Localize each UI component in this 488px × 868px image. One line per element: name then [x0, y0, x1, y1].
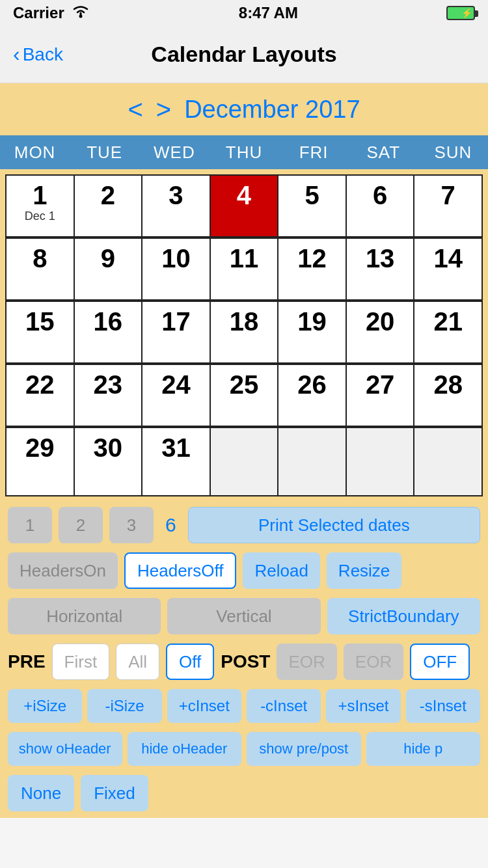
day-header-sat: SAT — [349, 135, 418, 169]
resize-button[interactable]: Resize — [327, 552, 401, 589]
reload-button[interactable]: Reload — [243, 552, 319, 589]
cal-day-5[interactable]: 5 — [278, 176, 347, 237]
calendar-week-3: 15 16 17 18 19 20 21 — [5, 301, 483, 364]
cal-day-8[interactable]: 8 — [7, 239, 75, 301]
cal-day-23[interactable]: 23 — [75, 365, 143, 427]
page-title: Calendar Layouts — [151, 42, 336, 67]
horizontal-button[interactable]: Horizontal — [8, 598, 161, 634]
post-label: POST — [221, 651, 270, 672]
day-headers-row: MON TUE WED THU FRI SAT SUN — [0, 135, 488, 169]
print-selected-button[interactable]: Print Selected dates — [188, 507, 480, 543]
bottom-row: None Fixed — [8, 775, 480, 811]
cal-day-21[interactable]: 21 — [414, 302, 483, 364]
calendar-month-header: < > December 2017 — [0, 83, 488, 135]
cal-day-28[interactable]: 28 — [414, 365, 483, 427]
back-button[interactable]: ‹ Back — [13, 42, 63, 66]
calendar-week-5: 29 30 31 — [5, 427, 483, 496]
num-btn-6[interactable]: 6 — [160, 507, 182, 543]
num-btn-1[interactable]: 1 — [8, 507, 52, 543]
cal-day-9[interactable]: 9 — [75, 239, 143, 301]
num-btn-2[interactable]: 2 — [59, 507, 103, 543]
svg-point-0 — [79, 15, 82, 18]
cal-day-31[interactable]: 31 — [142, 428, 211, 496]
cal-day-12[interactable]: 12 — [278, 239, 347, 301]
number-print-row: 1 2 3 6 Print Selected dates — [8, 507, 480, 543]
next-month-icon: > — [156, 95, 171, 124]
calendar-week-1: 1 Dec 1 2 3 4 5 6 7 — [5, 174, 483, 237]
day-header-thu: THU — [209, 135, 278, 169]
cal-day-16[interactable]: 16 — [75, 302, 143, 364]
controls-area: 1 2 3 6 Print Selected dates HeadersOn H… — [0, 496, 488, 818]
cal-day-1[interactable]: 1 Dec 1 — [7, 176, 75, 237]
calendar-week-2: 8 9 10 11 12 13 14 — [5, 237, 483, 301]
prev-month-button[interactable]: < — [128, 95, 142, 124]
status-time: 8:47 AM — [239, 4, 298, 22]
headers-on-button[interactable]: HeadersOn — [8, 552, 118, 589]
cinset-plus-button[interactable]: +cInset — [167, 689, 241, 723]
cal-day-4-today[interactable]: 4 — [211, 176, 279, 237]
cal-day-6[interactable]: 6 — [347, 176, 415, 237]
status-right: ⚡ — [446, 6, 475, 20]
cinset-minus-button[interactable]: -cInset — [247, 689, 321, 723]
cal-day-11[interactable]: 11 — [211, 239, 279, 301]
off-pre-button[interactable]: Off — [166, 644, 214, 680]
isize-minus-button[interactable]: -iSize — [87, 689, 161, 723]
layout-row: Horizontal Vertical StrictBoundary — [8, 598, 480, 634]
carrier-label: Carrier — [13, 4, 64, 22]
cal-day-3[interactable]: 3 — [142, 176, 211, 237]
size-row: +iSize -iSize +cInset -cInset +sInset -s… — [8, 689, 480, 723]
cal-day-15[interactable]: 15 — [7, 302, 75, 364]
first-button[interactable]: First — [52, 644, 110, 680]
cal-day-18[interactable]: 18 — [211, 302, 279, 364]
oheader-row: show oHeader hide oHeader show pre/post … — [8, 732, 480, 766]
wifi-icon — [71, 4, 90, 22]
cal-day-14[interactable]: 14 — [414, 239, 483, 301]
headers-row: HeadersOn HeadersOff Reload Resize — [8, 552, 480, 589]
pre-label: PRE — [8, 651, 46, 672]
month-year-label: December 2017 — [184, 96, 360, 124]
show-prepost-button[interactable]: show pre/post — [247, 732, 361, 766]
none-button[interactable]: None — [8, 775, 74, 811]
vertical-button[interactable]: Vertical — [167, 598, 320, 634]
sinset-plus-button[interactable]: +sInset — [326, 689, 400, 723]
day-header-mon: MON — [0, 135, 70, 169]
cal-day-29[interactable]: 29 — [7, 428, 75, 496]
hide-p-button[interactable]: hide p — [366, 732, 481, 766]
fixed-button[interactable]: Fixed — [81, 775, 148, 811]
day-header-fri: FRI — [279, 135, 349, 169]
cal-day-22[interactable]: 22 — [7, 365, 75, 427]
day-header-tue: TUE — [70, 135, 139, 169]
cal-day-10[interactable]: 10 — [142, 239, 211, 301]
battery-icon: ⚡ — [446, 6, 475, 20]
cal-day-2[interactable]: 2 — [75, 176, 143, 237]
show-oheader-button[interactable]: show oHeader — [8, 732, 122, 766]
headers-off-button[interactable]: HeadersOff — [124, 552, 236, 589]
cal-day-20[interactable]: 20 — [347, 302, 415, 364]
cal-day-24[interactable]: 24 — [142, 365, 211, 427]
cal-day-19[interactable]: 19 — [278, 302, 347, 364]
cal-day-27[interactable]: 27 — [347, 365, 415, 427]
cal-empty-3 — [347, 428, 415, 496]
num-btn-3[interactable]: 3 — [109, 507, 154, 543]
back-label: Back — [23, 44, 63, 65]
sinset-minus-button[interactable]: -sInset — [406, 689, 480, 723]
day-header-sun: SUN — [418, 135, 488, 169]
hide-oheader-button[interactable]: hide oHeader — [128, 732, 242, 766]
calendar-grid: 1 Dec 1 2 3 4 5 6 7 8 9 10 11 12 13 14 1… — [0, 169, 488, 496]
status-left: Carrier — [13, 4, 90, 22]
cal-day-7[interactable]: 7 — [414, 176, 483, 237]
eor1-button[interactable]: EOR — [277, 644, 336, 680]
cal-day-13[interactable]: 13 — [347, 239, 415, 301]
cal-day-17[interactable]: 17 — [142, 302, 211, 364]
off-post-button[interactable]: OFF — [410, 644, 470, 680]
all-button[interactable]: All — [116, 644, 159, 680]
isize-plus-button[interactable]: +iSize — [8, 689, 82, 723]
cal-empty-4 — [414, 428, 483, 496]
cal-day-30[interactable]: 30 — [75, 428, 143, 496]
cal-day-26[interactable]: 26 — [278, 365, 347, 427]
strict-boundary-button[interactable]: StrictBoundary — [327, 598, 480, 634]
day-header-wed: WED — [139, 135, 209, 169]
status-bar: Carrier 8:47 AM ⚡ — [0, 0, 488, 26]
eor2-button[interactable]: EOR — [344, 644, 403, 680]
cal-day-25[interactable]: 25 — [211, 365, 279, 427]
